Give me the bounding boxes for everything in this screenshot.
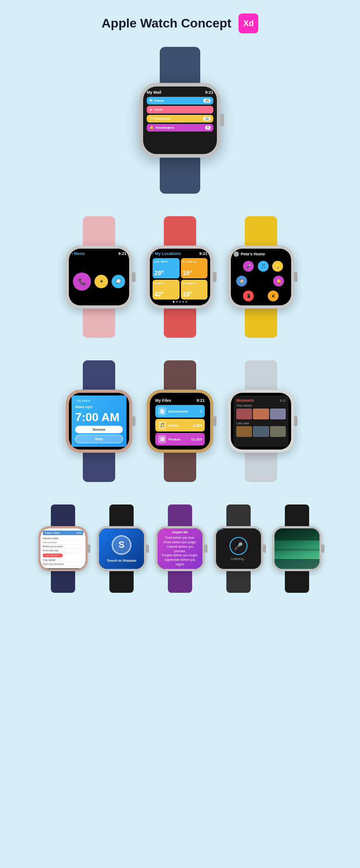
moments-thumb-4[interactable] (236, 426, 252, 437)
weather-tile-2[interactable]: 8:47 AM ☁ 19° (181, 258, 208, 278)
shazam-content: S Touch to Shazam (99, 528, 144, 569)
moments-thumb-5[interactable] (253, 426, 269, 437)
tasks-time: 9:21 (77, 532, 81, 534)
moments-this-month-label: This month (236, 404, 286, 407)
shazam-label: Touch to Shazam (107, 559, 136, 563)
inbox-icon: ✉ (149, 99, 153, 103)
menu-icon-weather[interactable]: ☀ (94, 275, 108, 288)
home-icon-house[interactable]: 🏠 (236, 276, 247, 286)
menu-icon-chat[interactable]: 💬 (112, 275, 125, 288)
files-item-docs[interactable]: 📄 Documents 2 (155, 405, 205, 418)
listening-content: ‹ Back 9:21 🎤 Listening... (216, 528, 261, 569)
alarm-stop-btn[interactable]: Stop (75, 435, 123, 443)
watch-band-bottom-s4 (226, 571, 251, 593)
page-header: Apple Watch Concept Xd (9, 14, 351, 33)
mail-item-inbox[interactable]: ✉ Inbox 15 (147, 97, 213, 105)
camera-content (274, 528, 320, 569)
reminders-badge: 5 (205, 126, 211, 130)
moments-thumb-1[interactable] (236, 409, 252, 419)
moments-header: Moments 9:21 (236, 398, 286, 404)
listening-screen: ‹ Back 9:21 🎤 Listening... (216, 528, 261, 569)
mail-item-reminders[interactable]: 🔔 Reminders 5 (147, 124, 213, 132)
weather-tile-2-time: 8:47 AM ☁ (183, 260, 206, 263)
watch-band-top-4 (245, 216, 277, 245)
watch-screen-inspire: Inspire Me Trust before you love.Know be… (158, 528, 202, 569)
weather-dot-5 (185, 301, 187, 303)
weather-tile-4[interactable]: 3:15 PM ☀ 19° (181, 280, 208, 300)
task-6[interactable]: Scan copy document (43, 562, 83, 566)
watch-shazam: S Touch to Shazam (94, 504, 148, 593)
moments-thumb-6[interactable] (270, 426, 286, 437)
watch-row-3: ‹ My Alarm Wake Up!! 7:00 AM Snooze Stop… (9, 360, 351, 482)
watch-band-top-2 (83, 216, 115, 245)
task-1[interactable]: Website update (43, 536, 83, 541)
watch-crown-s1 (87, 545, 90, 553)
home-icon-bell[interactable]: 🔔 (273, 276, 284, 286)
favourite-label: Favourite (154, 117, 171, 121)
menu-icon-phone[interactable]: 📞 (73, 273, 91, 291)
watch-moments: Moments 9:21 This month Last year (225, 360, 297, 482)
watch-case-2: ‹ Menu 9:21 📞 ☀ 💬 (66, 245, 132, 309)
home-icon-phone2[interactable]: 📱 (243, 291, 254, 301)
files-title: My Files (155, 398, 171, 403)
moments-time: 9:21 (279, 399, 286, 402)
moments-title: Moments (236, 398, 254, 403)
moments-thumb-3[interactable] (270, 409, 286, 419)
mail-item-favourite[interactable]: ♡ Favourite 22 (147, 115, 213, 123)
camera-screen (274, 528, 320, 569)
task-4[interactable]: Proof read copy (43, 549, 83, 553)
watch-weather: ‹ My Locations 9:21 2:31 PM ☀ 29° 8:47 A… (144, 216, 216, 338)
watch-row-1: My Mail 9:21 ✉ Inbox 15 ➤ Sent (135, 47, 225, 194)
watch-listening: ‹ Back 9:21 🎤 Listening... (212, 504, 266, 593)
home-icon-monitor[interactable]: 🖥 (268, 291, 279, 301)
watch-inspire: Inspire Me Trust before you love.Know be… (153, 504, 207, 593)
alarm-screen-content: ‹ My Alarm Wake Up!! 7:00 AM Snooze Stop (72, 395, 126, 447)
camera-top-bar (274, 528, 320, 541)
alarm-buttons: Snooze Stop (75, 426, 123, 443)
weather-tile-1[interactable]: 2:31 PM ☀ 29° (153, 258, 180, 278)
shazam-screen[interactable]: S Touch to Shazam (99, 528, 144, 569)
alarm-back: ‹ My Alarm (75, 399, 123, 402)
files-item-music[interactable]: 🎵 Music 2,325 (155, 419, 205, 432)
home-icon-mic[interactable]: 🎤 (243, 261, 254, 272)
watch-home: Pete's Home 🎤 🎵 💡 🏠 🔔 (225, 216, 297, 338)
home-icon-light[interactable]: 💡 (272, 261, 283, 272)
listening-header: ‹ Back 9:21 (216, 528, 261, 532)
page-title: Apple Watch Concept (102, 16, 231, 31)
watch-screen-moments: Moments 9:21 This month Last year (231, 393, 291, 450)
alarm-snooze-btn[interactable]: Snooze (75, 426, 123, 433)
watch-tasks: Today's Tasks 9:21 Website update iOS de… (36, 504, 90, 593)
files-item-photos[interactable]: 🖼 Photos 12,325 (155, 433, 205, 445)
watch-band-top-s1 (51, 504, 75, 526)
camera-mid (274, 549, 320, 551)
task-2[interactable]: iOS developer (43, 541, 83, 545)
weather-tile-3[interactable]: 12:00 ☀ 42° (153, 280, 180, 300)
watch-row-4: Today's Tasks 9:21 Website update iOS de… (9, 504, 351, 593)
watch-band-top-3 (164, 216, 196, 245)
watch-band-bottom-1 (160, 158, 200, 194)
watch-band-bottom-s3 (168, 571, 192, 593)
files-time: 9:21 (197, 398, 205, 403)
photos-icon: 🖼 (158, 435, 166, 443)
inspire-text-block: Inspire Me Trust before you love.Know be… (161, 531, 199, 567)
watch-case-3: ‹ My Locations 9:21 2:31 PM ☀ 29° 8:47 A… (147, 245, 213, 309)
watch-band-top-s2 (109, 504, 134, 526)
watch-band-top-1 (160, 47, 200, 83)
home-title: Pete's Home (241, 252, 288, 256)
watch-band-bottom-3 (164, 309, 196, 338)
listening-mic-circle[interactable]: 🎤 (230, 537, 248, 555)
home-icon-music[interactable]: 🎵 (258, 261, 269, 272)
menu-icons-row2: ☀ 💬 (94, 275, 125, 288)
inspire-content: Inspire Me Trust before you love.Know be… (158, 528, 202, 569)
weather-tile-4-time: 3:15 PM ☀ (183, 282, 206, 285)
weather-time: 9:21 (199, 251, 207, 256)
task-5[interactable]: Copy update (43, 558, 83, 562)
sent-icon: ➤ (149, 108, 153, 112)
moments-thumb-2[interactable] (253, 409, 269, 419)
home-icons-area: 🎤 🎵 💡 🏠 🔔 📱 🖥 (234, 259, 288, 303)
watch-screen-listening: ‹ Back 9:21 🎤 Listening... (216, 528, 261, 569)
tasks-priority-badge: DUE PRIORITY (43, 554, 63, 557)
task-3[interactable]: Mobile site to check (43, 545, 83, 549)
mail-item-sent[interactable]: ➤ Sent (147, 106, 213, 114)
inbox-label: Inbox (154, 99, 164, 103)
